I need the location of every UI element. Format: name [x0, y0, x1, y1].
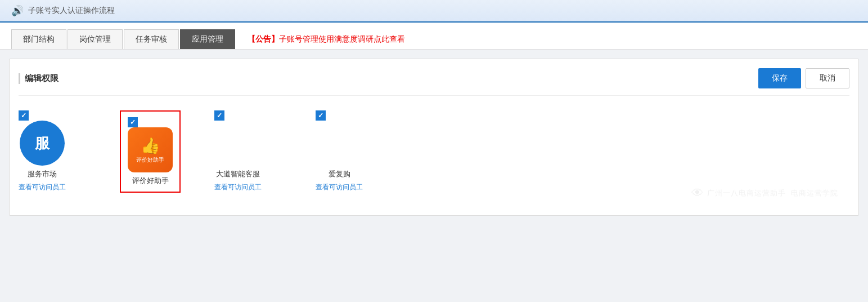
app-link-fuwu[interactable]: 查看可访问员工	[19, 183, 66, 192]
app-item-pingjia: 👍 评价好助手 评价好助手	[120, 110, 181, 193]
tab-bar: 部门结构 岗位管理 任务审核 应用管理 【公告】 子账号管理使用满意度调研点此查…	[0, 23, 868, 50]
watermark-icon: 👁	[691, 186, 704, 201]
app-item-dadao: 大道智能客服 查看可访问员工	[214, 110, 282, 192]
app-icon-label: 评价好助手	[136, 156, 164, 164]
notice-bar: 【公告】 子账号管理使用满意度调研点此查看	[248, 34, 405, 45]
tab-app[interactable]: 应用管理	[180, 29, 235, 49]
save-button[interactable]: 保存	[758, 68, 801, 88]
main-content: 编辑权限 保存 取消 服 服务市场 查看可访问员工 👍 评价好助手 评价好助	[9, 59, 859, 216]
tab-position[interactable]: 岗位管理	[68, 29, 123, 49]
section-header: 编辑权限 保存 取消	[19, 68, 849, 96]
notice-label: 【公告】	[248, 34, 279, 45]
app-icon-pingjia: 👍 评价好助手	[128, 127, 173, 172]
app-name-pingjia: 评价好助手	[132, 176, 169, 186]
checkbox-aigou[interactable]	[316, 110, 326, 121]
cancel-button[interactable]: 取消	[806, 68, 849, 88]
top-bar: 🔊 子账号实人认证操作流程	[0, 0, 868, 23]
checkbox-dadao[interactable]	[214, 110, 224, 121]
tab-task[interactable]: 任务审核	[124, 29, 179, 49]
app-name-dadao: 大道智能客服	[216, 169, 260, 179]
checkbox-fuwu[interactable]	[19, 110, 29, 121]
speaker-icon: 🔊	[11, 5, 24, 17]
tab-department[interactable]: 部门结构	[11, 29, 66, 49]
app-name-aigou: 爱复购	[329, 169, 350, 179]
watermark-text: 广州一八电商运营助手 电商运营学院	[707, 188, 838, 198]
btn-group: 保存 取消	[758, 68, 849, 88]
app-item-aigou: 爱复购 查看可访问员工	[316, 110, 383, 192]
checkbox-pingjia[interactable]	[128, 117, 138, 127]
app-item-fuwu: 服 服务市场 查看可访问员工	[19, 110, 86, 192]
thumb-icon: 👍	[141, 136, 160, 155]
app-name-fuwu: 服务市场	[28, 169, 57, 179]
watermark: 👁 广州一八电商运营助手 电商运营学院	[691, 186, 838, 201]
top-bar-text: 子账号实人认证操作流程	[28, 6, 115, 16]
section-title: 编辑权限	[19, 73, 59, 84]
app-link-dadao[interactable]: 查看可访问员工	[214, 183, 262, 192]
apps-row: 服 服务市场 查看可访问员工 👍 评价好助手 评价好助手 大道智能客服 查看	[19, 105, 849, 206]
app-link-aigou[interactable]: 查看可访问员工	[316, 183, 363, 192]
app-icon-fuwu: 服	[20, 121, 65, 166]
notice-link[interactable]: 子账号管理使用满意度调研点此查看	[279, 34, 405, 45]
